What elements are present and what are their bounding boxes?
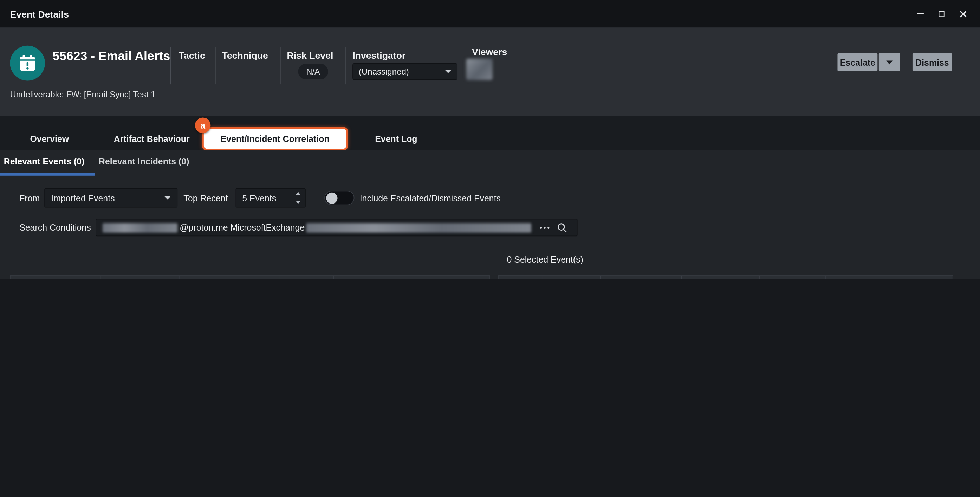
annotation-badge-a: a — [195, 117, 210, 133]
active-subtab-indicator — [0, 173, 95, 176]
events-table-header: + ID Event Type Time of Occurrence Site … — [11, 276, 489, 279]
chevron-down-icon — [886, 61, 892, 64]
filter-bar: From Imported Events Top Recent 5 Events… — [19, 188, 501, 207]
event-details-window: Event Details 55623 - Email Alerts Tacti… — [0, 0, 980, 279]
from-value: Imported Events — [51, 193, 115, 203]
from-label: From — [19, 193, 40, 203]
viewers-label: Viewers — [472, 46, 507, 57]
include-escalated-label: Include Escalated/Dismissed Events — [360, 193, 501, 203]
selected-table-header: ID Event Type Time of Occu... Site Descr… — [499, 276, 952, 279]
minimize-icon — [916, 13, 923, 14]
col-header-time[interactable]: Time of Occu... — [682, 276, 760, 279]
investigator-label: Investigator — [352, 50, 406, 61]
selected-events-table: ID Event Type Time of Occu... Site Descr… — [498, 275, 953, 279]
header-actions: Escalate Dismiss — [837, 53, 952, 71]
more-options-button[interactable] — [540, 227, 549, 228]
include-escalated-toggle[interactable] — [324, 191, 354, 205]
investigator-value: (Unassigned) — [359, 67, 409, 76]
investigator-dropdown[interactable]: (Unassigned) — [352, 63, 458, 80]
top-recent-stepper[interactable]: 5 Events — [235, 188, 305, 207]
escalate-button[interactable]: Escalate — [837, 53, 877, 71]
col-header-event-type[interactable]: Event Type — [100, 276, 180, 279]
subtab-relevant-incidents[interactable]: Relevant Incidents (0) — [99, 156, 189, 166]
event-header: 55623 - Email Alerts Tactic Technique Ri… — [0, 27, 980, 116]
chevron-down-icon — [445, 70, 451, 73]
add-all-events-button[interactable]: + — [11, 276, 54, 279]
col-header-id[interactable]: ID — [54, 276, 101, 279]
col-header-site[interactable]: Site — [760, 276, 826, 279]
close-button[interactable] — [954, 5, 971, 22]
col-header-time[interactable]: Time of Occurrence — [180, 276, 279, 279]
divider — [346, 47, 347, 84]
toggle-knob — [326, 192, 337, 204]
divider — [170, 47, 171, 84]
stepper-up-button[interactable] — [291, 189, 305, 198]
tab-artifact-behaviour[interactable]: Artifact Behaviour — [114, 134, 190, 144]
close-icon — [959, 10, 967, 18]
titlebar: Event Details — [0, 0, 980, 27]
event-calendar-alert-icon — [10, 46, 45, 81]
event-subtitle: Undeliverable: FW: [Email Sync] Test 1 — [10, 90, 155, 99]
tab-event-incident-correlation[interactable]: Event/Incident Correlation — [202, 127, 348, 151]
col-header-event-type[interactable]: Event Type — [600, 276, 682, 279]
arrow-up-icon — [295, 192, 300, 195]
risk-level-badge: N/A — [298, 64, 328, 79]
divider — [281, 47, 282, 84]
maximize-icon — [939, 11, 944, 16]
maximize-button[interactable] — [932, 5, 950, 22]
top-recent-value: 5 Events — [236, 189, 290, 207]
redacted-text — [103, 223, 177, 233]
subtab-relevant-events[interactable]: Relevant Events (0) — [4, 156, 85, 166]
event-title: 55623 - Email Alerts — [52, 49, 170, 63]
window-title: Event Details — [10, 8, 69, 19]
col-header-id[interactable]: ID — [543, 276, 601, 279]
correlation-panel: Relevant Events (0) Relevant Incidents (… — [0, 150, 980, 279]
window-controls — [911, 5, 971, 22]
relevant-events-table: + ID Event Type Time of Occurrence Site … — [10, 275, 490, 279]
top-recent-label: Top Recent — [183, 193, 228, 203]
selected-events-summary: 0 Selected Event(s) — [507, 255, 583, 264]
escalate-options-button[interactable] — [879, 53, 900, 71]
stepper-down-button[interactable] — [291, 198, 305, 207]
chevron-down-icon — [164, 196, 170, 200]
risk-level-label: Risk Level — [287, 50, 333, 61]
dismiss-button[interactable]: Dismiss — [913, 53, 952, 71]
col-header-blank — [499, 276, 543, 279]
tactic-label: Tactic — [179, 50, 205, 61]
search-conditions-label: Search Conditions — [19, 223, 91, 233]
col-header-site[interactable]: Site — [279, 276, 334, 279]
col-header-description[interactable]: Description — [334, 276, 490, 279]
tab-overview[interactable]: Overview — [30, 134, 69, 144]
arrow-down-icon — [295, 201, 300, 204]
stepper-arrows — [290, 189, 305, 207]
technique-label: Technique — [222, 50, 268, 61]
minimize-button[interactable] — [911, 5, 929, 22]
search-icon — [557, 222, 567, 233]
main-tabs: Overview Artifact Behaviour Event/Incide… — [0, 116, 980, 150]
search-conditions-row: Search Conditions @proton.me MicrosoftEx… — [19, 219, 578, 237]
search-visible-text: @proton.me MicrosoftExchange — [180, 223, 305, 233]
viewer-avatar-redacted — [466, 59, 493, 80]
tab-event-log[interactable]: Event Log — [375, 134, 417, 144]
from-dropdown[interactable]: Imported Events — [44, 188, 177, 207]
search-conditions-input[interactable]: @proton.me MicrosoftExchange — [96, 219, 578, 237]
col-header-description[interactable]: Description — [826, 276, 953, 279]
divider — [216, 47, 216, 84]
redacted-text — [306, 223, 531, 233]
search-button[interactable] — [557, 222, 567, 233]
